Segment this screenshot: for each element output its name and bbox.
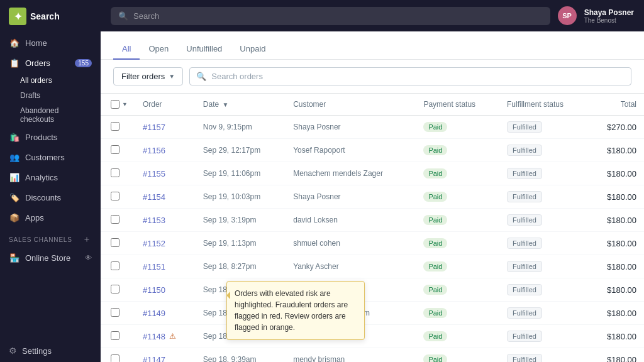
col-date[interactable]: Date ▼: [196, 94, 286, 116]
row-checkbox[interactable]: [111, 261, 119, 270]
sidebar-item-abandoned[interactable]: Abandoned checkouts: [20, 103, 101, 127]
row-checkbox[interactable]: [111, 145, 119, 154]
sidebar-item-products[interactable]: 🛍️ Products: [0, 127, 101, 147]
table-row: #1154Sep 19, 10:03pmShaya PosnerPaidFulf…: [101, 185, 644, 209]
order-link[interactable]: #1150: [143, 285, 165, 295]
order-payment-cell: Paid: [416, 348, 499, 363]
row-checkbox[interactable]: [111, 168, 119, 177]
sidebar-item-home[interactable]: 🏠 Home: [0, 33, 101, 53]
sidebar-item-apps[interactable]: 📦 Apps: [0, 207, 101, 228]
order-payment-cell: Paid: [416, 302, 499, 325]
orange-flag-icon: ⚠: [169, 332, 176, 341]
row-checkbox[interactable]: [111, 331, 119, 340]
sidebar-item-label: Home: [25, 38, 47, 48]
brand-name: Search: [30, 11, 60, 21]
order-total-cell: $180.00: [589, 255, 644, 278]
row-checkbox[interactable]: [111, 122, 119, 131]
search-input[interactable]: [133, 11, 543, 21]
select-chevron-icon[interactable]: ▼: [122, 101, 128, 107]
sidebar-item-label: Apps: [25, 213, 44, 222]
fulfillment-status-badge: Fulfilled: [507, 331, 542, 342]
sidebar-item-label: Products: [25, 133, 57, 142]
sales-channels-label: SALES CHANNELS ＋: [0, 228, 101, 248]
order-total-cell: $180.00: [589, 348, 644, 363]
order-payment-cell: Paid: [416, 162, 499, 185]
settings-icon[interactable]: ⚙: [9, 346, 17, 356]
sidebar-item-customers[interactable]: 👥 Customers: [0, 147, 101, 167]
payment-status-badge: Paid: [423, 331, 447, 341]
tab-unpaid[interactable]: Unpaid: [231, 39, 274, 60]
payment-status-badge: Paid: [423, 285, 447, 295]
order-link[interactable]: #1155: [143, 169, 165, 178]
customers-icon: 👥: [9, 151, 20, 163]
row-checkbox[interactable]: [111, 285, 119, 293]
user-name: Shaya Posner: [584, 8, 634, 17]
sidebar-item-orders[interactable]: 📋 Orders 155: [0, 53, 101, 73]
order-link[interactable]: #1149: [143, 309, 165, 318]
order-customer-cell: Yosef Rapoport: [286, 139, 416, 162]
order-link[interactable]: #1154: [143, 192, 165, 202]
tab-open[interactable]: Open: [140, 39, 177, 60]
order-number-cell: #1153: [135, 209, 196, 232]
tab-all[interactable]: All: [113, 39, 140, 60]
search-orders-bar[interactable]: 🔍: [189, 67, 631, 85]
order-link[interactable]: #1153: [143, 216, 165, 225]
order-fulfillment-cell: Fulfilled: [499, 278, 589, 302]
add-channel-button[interactable]: ＋: [82, 234, 92, 245]
sidebar-item-online-store[interactable]: 🏪 Online Store 👁: [0, 248, 101, 268]
row-checkbox[interactable]: [111, 354, 119, 363]
sidebar-item-analytics[interactable]: 📊 Analytics: [0, 167, 101, 187]
select-all-header: ▼: [101, 94, 135, 116]
order-fulfillment-cell: Fulfilled: [499, 116, 589, 139]
order-link[interactable]: #1157: [143, 123, 165, 132]
orders-badge: 155: [75, 59, 92, 67]
order-fulfillment-cell: Fulfilled: [499, 139, 589, 162]
order-number-cell: #1156: [135, 139, 196, 162]
row-checkbox[interactable]: [111, 192, 119, 200]
tab-unfulfilled[interactable]: Unfulfilled: [177, 39, 231, 60]
order-customer-cell: shmuel cohen: [286, 232, 416, 255]
fulfillment-status-badge: Fulfilled: [507, 238, 542, 249]
search-bar[interactable]: 🔍: [111, 7, 550, 25]
sidebar-item-label: Orders: [25, 58, 50, 68]
search-icon: 🔍: [118, 11, 128, 21]
order-total-cell: $180.00: [589, 278, 644, 302]
filter-orders-button[interactable]: Filter orders ▼: [113, 67, 183, 85]
sidebar-footer: ⚙ Settings: [0, 339, 101, 362]
table-row: #1151Sep 18, 8:27pmYanky AscherPaidFulfi…: [101, 255, 644, 278]
order-link[interactable]: #1147: [143, 355, 165, 363]
order-number-cell: #1152: [135, 232, 196, 255]
order-link[interactable]: #1151: [143, 262, 165, 272]
sidebar-item-discounts[interactable]: 🏷️ Discounts: [0, 187, 101, 207]
order-total-cell: $180.00: [589, 209, 644, 232]
row-checkbox[interactable]: [111, 308, 119, 317]
order-link[interactable]: #1148: [143, 332, 165, 341]
sidebar-logo[interactable]: ✦ Search: [0, 0, 101, 33]
order-date-cell: Sep 18, 9:39am: [196, 348, 286, 363]
order-link[interactable]: #1156: [143, 146, 165, 155]
order-number-cell: #1149: [135, 302, 196, 325]
search-orders-icon: 🔍: [196, 72, 206, 81]
select-all-checkbox[interactable]: [111, 100, 119, 109]
order-payment-cell: Paid: [416, 232, 499, 255]
search-orders-input[interactable]: [211, 72, 625, 81]
payment-status-badge: Paid: [423, 145, 447, 155]
settings-label[interactable]: Settings: [22, 346, 52, 356]
table-row: #1156Sep 29, 12:17pmYosef RapoportPaidFu…: [101, 139, 644, 162]
order-link[interactable]: #1152: [143, 239, 165, 248]
apps-icon: 📦: [9, 212, 20, 223]
row-checkbox[interactable]: [111, 238, 119, 247]
sidebar-item-drafts[interactable]: Drafts: [20, 88, 101, 103]
avatar: SP: [558, 6, 577, 25]
order-date-cell: Sep 29, 12:17pm: [196, 139, 286, 162]
order-fulfillment-cell: Fulfilled: [499, 185, 589, 209]
fulfillment-status-badge: Fulfilled: [507, 284, 542, 295]
order-payment-cell: Paid: [416, 139, 499, 162]
sidebar-item-all-orders[interactable]: All orders: [20, 73, 101, 88]
sort-arrow-icon: ▼: [222, 101, 228, 108]
eye-icon: 👁: [85, 254, 92, 261]
order-date-cell: Nov 9, 9:15pm: [196, 116, 286, 139]
row-checkbox[interactable]: [111, 215, 119, 224]
payment-status-badge: Paid: [423, 261, 447, 272]
order-customer-cell: david Loksen: [286, 209, 416, 232]
